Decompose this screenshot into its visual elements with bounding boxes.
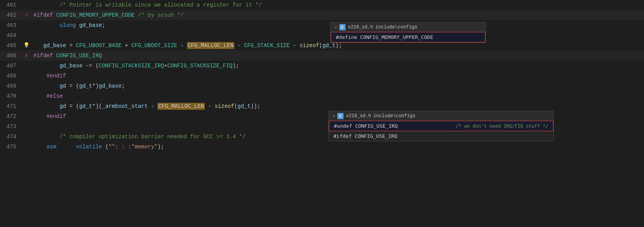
line-indicator-465: 💡 bbox=[23, 40, 30, 51]
line-content-466: #ifdef CONFIG_USE_IRQ bbox=[30, 51, 644, 61]
code-editor: 461 /* Pointer is writable since we allo… bbox=[0, 0, 644, 227]
popup2-chevron-icon: ∨ bbox=[333, 114, 335, 118]
line-indicator-467 bbox=[23, 61, 30, 71]
line-content-467: gd_base -= (CONFIG_STACKSIZE_IRQ+CONFIG_… bbox=[30, 61, 644, 71]
popup1-chevron-icon: ∨ bbox=[335, 25, 337, 30]
popup2-item-text: #undef CONFIG_USE_IRQ bbox=[334, 123, 448, 129]
line-number-463: 463 bbox=[0, 20, 23, 30]
line-number-466: 466 bbox=[0, 51, 23, 61]
line-number-471: 471 bbox=[0, 101, 23, 111]
code-line-461: 461 /* Pointer is writable since we allo… bbox=[0, 0, 644, 10]
popup1-c-icon: C bbox=[339, 24, 346, 30]
line-number-464: 464 bbox=[0, 30, 23, 40]
code-line-462: 462 √ #ifdef CONFIG_MEMORY_UPPER_CODE /*… bbox=[0, 10, 644, 20]
line-number-475: 475 bbox=[0, 142, 23, 152]
line-indicator-472 bbox=[23, 111, 30, 121]
code-line-465: 465 💡 gd_base = CFG_UBOOT_BASE + CFG_UBO… bbox=[0, 40, 644, 51]
popup-config-irq: ∨ C x210_sd.h include\configs #undef CON… bbox=[328, 111, 554, 141]
popup-config-memory: ∨ C x210_sd.h include\configs #define CO… bbox=[330, 22, 486, 43]
line-indicator-461 bbox=[23, 0, 30, 10]
code-line-463: 463 ulong gd_base; bbox=[0, 20, 644, 30]
code-line-469: 469 gd = (gd_t*)gd_base; bbox=[0, 81, 644, 91]
line-number-467: 467 bbox=[0, 61, 23, 71]
line-number-461: 461 bbox=[0, 0, 23, 10]
line-indicator-466: x bbox=[23, 51, 30, 61]
line-number-472: 472 bbox=[0, 111, 23, 121]
line-content-470: #else bbox=[30, 91, 644, 101]
line-indicator-463 bbox=[23, 20, 30, 30]
line-indicator-469 bbox=[23, 81, 30, 91]
line-number-465: 465 bbox=[0, 40, 23, 51]
line-content-475: asm volatile ("": : :"memory"); bbox=[30, 142, 644, 152]
line-indicator-462: √ bbox=[23, 10, 30, 20]
popup1-filename: x210_sd.h bbox=[348, 25, 373, 30]
popup2-filename: x210_sd.h bbox=[346, 113, 371, 119]
line-indicator-471 bbox=[23, 101, 30, 111]
popup2-item-normal[interactable]: #ifdef CONFIG_USE_IRQ bbox=[329, 131, 553, 141]
line-content-468: #endif bbox=[30, 71, 644, 81]
code-line-467: 467 gd_base -= (CONFIG_STACKSIZE_IRQ+CON… bbox=[0, 61, 644, 71]
line-indicator-470 bbox=[23, 91, 30, 101]
line-number-462: 462 bbox=[0, 10, 23, 20]
line-indicator-475 bbox=[23, 142, 30, 152]
line-indicator-464 bbox=[23, 30, 30, 40]
code-line-471: 471 gd = (gd_t*)(_armboot_start - CFG_MA… bbox=[0, 101, 644, 111]
line-content-462: #ifdef CONFIG_MEMORY_UPPER_CODE /* by sc… bbox=[30, 10, 644, 20]
code-line-466: 466 x #ifdef CONFIG_USE_IRQ bbox=[0, 51, 644, 61]
line-number-469: 469 bbox=[0, 81, 23, 91]
code-line-470: 470 #else bbox=[0, 91, 644, 101]
popup2-header: ∨ C x210_sd.h include\configs bbox=[329, 111, 553, 121]
line-indicator-474 bbox=[23, 132, 30, 142]
code-line-464: 464 bbox=[0, 30, 644, 40]
line-number-474: 474 bbox=[0, 132, 23, 142]
line-number-468: 468 bbox=[0, 71, 23, 81]
code-line-468: 468 #endif bbox=[0, 71, 644, 81]
popup2-item-selected[interactable]: #undef CONFIG_USE_IRQ /* we don't need I… bbox=[329, 121, 553, 131]
line-content-469: gd = (gd_t*)gd_base; bbox=[30, 81, 644, 91]
line-number-470: 470 bbox=[0, 91, 23, 101]
popup2-path: include\configs bbox=[373, 113, 415, 119]
popup2-c-icon: C bbox=[337, 113, 344, 119]
line-indicator-473 bbox=[23, 121, 30, 132]
code-line-475: 475 asm volatile ("": : :"memory"); bbox=[0, 142, 644, 152]
popup1-item-selected[interactable]: #define CONFIG_MEMORY_UPPER_CODE bbox=[331, 32, 485, 42]
line-content-471: gd = (gd_t*)(_armboot_start - CFG_MALLOC… bbox=[30, 101, 644, 111]
popup1-path: include\configs bbox=[375, 25, 417, 30]
popup1-header: ∨ C x210_sd.h include\configs bbox=[331, 23, 485, 32]
line-indicator-468 bbox=[23, 71, 30, 81]
popup2-item-row: #undef CONFIG_USE_IRQ /* we don't need I… bbox=[334, 123, 548, 129]
line-number-473: 473 bbox=[0, 121, 23, 132]
line-content-461: /* Pointer is writable since we allocate… bbox=[30, 0, 644, 10]
popup2-item-comment: /* we don't need IRQ/FIQ stuff */ bbox=[456, 123, 548, 129]
